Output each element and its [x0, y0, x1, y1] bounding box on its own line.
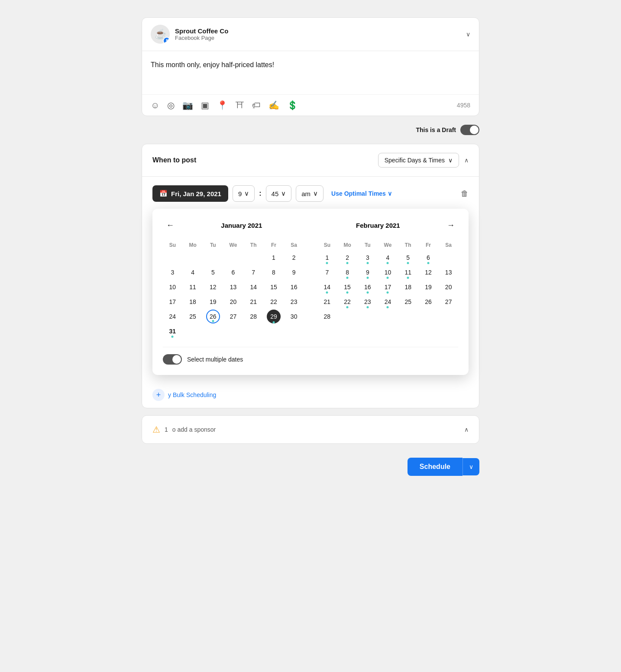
jan-day-28[interactable]: 28 [246, 310, 260, 323]
jan-day-22[interactable]: 22 [267, 295, 281, 309]
bulk-scheduling-label[interactable]: y Bulk Scheduling [168, 391, 216, 398]
jan-day-27[interactable]: 27 [226, 310, 240, 323]
jan-day-9[interactable]: 9 [287, 265, 301, 279]
add-time-btn[interactable]: + [152, 389, 165, 401]
sponsor-collapse-chevron[interactable]: ∧ [464, 426, 469, 433]
feb-day-14[interactable]: 14 [320, 280, 334, 294]
next-month-btn[interactable]: → [443, 219, 458, 232]
toolbar-icons: ☺ ◎ 📷 ▣ 📍 ⛩ 🏷 ✍ 💲 [151, 100, 298, 110]
jan-day-4[interactable]: 4 [186, 265, 200, 279]
feb-day-3[interactable]: 3 [361, 251, 375, 265]
jan-headers: Su Mo Tu We Th Fr Sa 1 2 [163, 240, 304, 338]
jan-day-5[interactable]: 5 [206, 265, 220, 279]
jan-day-14[interactable]: 14 [246, 280, 260, 294]
feb-day-12[interactable]: 12 [421, 265, 435, 279]
optimal-times-btn[interactable]: Use Optimal Times ∨ [331, 190, 392, 197]
jan-day-21[interactable]: 21 [246, 295, 260, 309]
jan-day-25[interactable]: 25 [186, 310, 200, 323]
schedule-button[interactable]: Schedule [408, 458, 463, 476]
jan-day-13[interactable]: 13 [226, 280, 240, 294]
booth-icon[interactable]: ⛩ [236, 100, 244, 110]
gallery-icon[interactable]: ▣ [201, 100, 209, 110]
feb-day-25[interactable]: 25 [401, 295, 415, 309]
jan-day-30[interactable]: 30 [287, 310, 301, 323]
schedule-dropdown-chevron-btn[interactable]: ∨ [463, 458, 479, 475]
schedule-collapse-chevron[interactable]: ∧ [464, 157, 469, 164]
feb-day-26[interactable]: 26 [421, 295, 435, 309]
jan-day-29[interactable]: 29 [267, 310, 281, 323]
multiple-dates-toggle[interactable] [163, 354, 182, 365]
post-header-left: ☕ f Sprout Coffee Co Facebook Page [151, 25, 228, 44]
feb-day-27[interactable]: 27 [442, 295, 456, 309]
feb-day-15[interactable]: 15 [340, 280, 354, 294]
jan-day-10[interactable]: 10 [165, 280, 179, 294]
feb-day-17[interactable]: 17 [381, 280, 395, 294]
feb-day-28[interactable]: 28 [320, 310, 334, 323]
jan-day-31[interactable]: 31 [165, 324, 179, 338]
jan-day-12[interactable]: 12 [206, 280, 220, 294]
jan-day-20[interactable]: 20 [226, 295, 240, 309]
feb-hdr-mo: Mo [338, 240, 357, 250]
jan-day-2[interactable]: 2 [287, 251, 301, 265]
feb-day-9[interactable]: 9 [361, 265, 375, 279]
ampm-select[interactable]: am ∨ [296, 185, 323, 202]
jan-day-24[interactable]: 24 [165, 310, 179, 323]
jan-day-1[interactable]: 1 [267, 251, 281, 265]
tag-icon[interactable]: 🏷 [252, 100, 261, 110]
feb-day-22[interactable]: 22 [340, 295, 354, 309]
jan-day-8[interactable]: 8 [267, 265, 281, 279]
optimal-times-chevron: ∨ [388, 190, 392, 197]
feb-day-13[interactable]: 13 [442, 265, 456, 279]
feb-day-20[interactable]: 20 [442, 280, 456, 294]
scribble-icon[interactable]: ✍ [268, 100, 279, 110]
feb-day-24[interactable]: 24 [381, 295, 395, 309]
feb-day-18[interactable]: 18 [401, 280, 415, 294]
feb-day-8[interactable]: 8 [340, 265, 354, 279]
feb-day-11[interactable]: 11 [401, 265, 415, 279]
location-icon[interactable]: 📍 [217, 100, 228, 110]
feb-day-23[interactable]: 23 [361, 295, 375, 309]
date-button[interactable]: 📅 Fri, Jan 29, 2021 [152, 185, 228, 202]
minute-select[interactable]: 45 ∨ [266, 185, 292, 202]
prev-month-btn[interactable]: ← [163, 219, 178, 232]
avatar: ☕ f [151, 25, 170, 44]
page-select-chevron[interactable]: ∨ [466, 31, 470, 38]
feb-hdr-su: Su [317, 240, 337, 250]
dollar-icon[interactable]: 💲 [287, 100, 298, 110]
camera-icon[interactable]: 📷 [182, 100, 193, 110]
jan-day-26[interactable]: 26 [206, 310, 220, 323]
time-colon: : [259, 190, 261, 197]
feb-day-21[interactable]: 21 [320, 295, 334, 309]
jan-day-18[interactable]: 18 [186, 295, 200, 309]
draft-toggle[interactable] [460, 125, 479, 135]
jan-day-23[interactable]: 23 [287, 295, 301, 309]
delete-time-btn[interactable]: 🗑 [461, 189, 469, 198]
jan-day-19[interactable]: 19 [206, 295, 220, 309]
jan-hdr-tu: Tu [203, 240, 223, 250]
schedule-dropdown-chevron: ∨ [448, 157, 453, 164]
feb-day-5[interactable]: 5 [401, 251, 415, 265]
feb-day-4[interactable]: 4 [381, 251, 395, 265]
jan-day-16[interactable]: 16 [287, 280, 301, 294]
jan-day-6[interactable]: 6 [226, 265, 240, 279]
jan-day-7[interactable]: 7 [246, 265, 260, 279]
feb-day-7[interactable]: 7 [320, 265, 334, 279]
emoji-icon[interactable]: ☺ [151, 100, 159, 110]
target-icon[interactable]: ◎ [167, 100, 175, 110]
feb-day-16[interactable]: 16 [361, 280, 375, 294]
feb-day-10[interactable]: 10 [381, 265, 395, 279]
feb-day-2[interactable]: 2 [340, 251, 354, 265]
jan-day-15[interactable]: 15 [267, 280, 281, 294]
feb-day-1[interactable]: 1 [320, 251, 334, 265]
jan-day-11[interactable]: 11 [186, 280, 200, 294]
feb-day-19[interactable]: 19 [421, 280, 435, 294]
hour-select[interactable]: 9 ∨ [233, 185, 255, 202]
jan-hdr-we: We [223, 240, 243, 250]
jan-day-17[interactable]: 17 [165, 295, 179, 309]
post-body[interactable]: This month only, enjoy half-priced latte… [142, 51, 479, 94]
action-bar: Schedule ∨ [142, 451, 479, 483]
jan-day-empty-2 [186, 251, 200, 265]
schedule-dropdown[interactable]: Specific Days & Times ∨ [378, 153, 459, 168]
jan-day-3[interactable]: 3 [165, 265, 179, 279]
feb-day-6[interactable]: 6 [421, 251, 435, 265]
